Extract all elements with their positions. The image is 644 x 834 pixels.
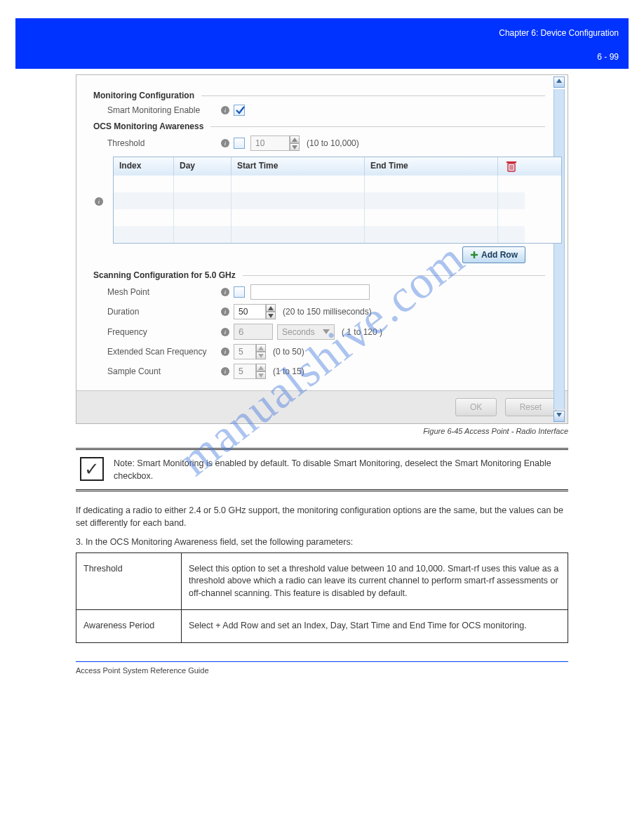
- checkmark-icon: ✓: [80, 457, 104, 481]
- info-icon[interactable]: i: [221, 307, 229, 316]
- param-desc: Select this option to set a threshold va…: [182, 552, 568, 610]
- spin-down-icon[interactable]: [290, 143, 300, 151]
- trash-icon: [507, 161, 516, 172]
- ext-scan-spinner[interactable]: [234, 344, 266, 359]
- table-row: Awareness Period Select + Add Row and se…: [76, 610, 568, 643]
- add-row-label: Add Row: [481, 250, 518, 260]
- svg-marker-14: [258, 346, 264, 350]
- frequency-label: Frequency: [93, 327, 217, 337]
- divider: [243, 275, 545, 276]
- duration-spinner[interactable]: [234, 304, 276, 319]
- sample-count-input[interactable]: [234, 364, 256, 379]
- param-name: Threshold: [76, 552, 182, 610]
- svg-marker-13: [323, 329, 330, 334]
- page-footer: Access Point System Reference Guide: [76, 661, 568, 675]
- note-text: Note: Smart Monitoring is enabled by def…: [114, 457, 568, 482]
- info-icon[interactable]: i: [221, 328, 229, 336]
- spin-up-icon[interactable]: [266, 304, 276, 312]
- svg-marker-16: [258, 366, 264, 370]
- info-icon[interactable]: i: [221, 367, 229, 376]
- spin-up-icon[interactable]: [290, 135, 300, 143]
- info-icon[interactable]: i: [221, 348, 229, 356]
- ext-scan-hint: (0 to 50): [273, 347, 304, 357]
- step-text: 3. In the OCS Monitoring Awareness field…: [76, 537, 568, 547]
- info-icon[interactable]: i: [221, 139, 229, 147]
- table-row: Threshold Select this option to set a th…: [76, 552, 568, 610]
- info-icon[interactable]: i: [221, 106, 229, 114]
- section-scan-title: Scanning Configuration for 5.0 GHz: [93, 270, 236, 280]
- scroll-down-button[interactable]: [554, 411, 565, 422]
- ext-scan-input[interactable]: [234, 344, 256, 359]
- header-chapter: Chapter 6: Device Configuration: [499, 28, 619, 38]
- svg-marker-1: [556, 413, 562, 417]
- header-bar: Chapter 6: Device Configuration 6 - 99: [15, 18, 629, 69]
- add-row-button[interactable]: Add Row: [462, 246, 525, 263]
- col-index[interactable]: Index: [114, 157, 174, 176]
- spin-up-icon[interactable]: [256, 344, 266, 352]
- param-desc: Select + Add Row and set an Index, Day, …: [182, 610, 568, 643]
- svg-marker-3: [292, 145, 297, 150]
- section-ocs-title: OCS Monitoring Awareness: [93, 121, 203, 131]
- mesh-point-checkbox[interactable]: [234, 286, 245, 298]
- threshold-enable-checkbox[interactable]: [234, 138, 245, 149]
- info-icon[interactable]: i: [95, 197, 103, 206]
- threshold-spinner[interactable]: [250, 135, 300, 151]
- sample-count-hint: (1 to 15): [273, 366, 304, 376]
- frequency-unit-select[interactable]: Seconds: [277, 324, 335, 340]
- parameter-table: Threshold Select this option to set a th…: [76, 552, 568, 643]
- frequency-unit-value: Seconds: [282, 327, 315, 337]
- sample-count-label: Sample Count: [93, 366, 217, 376]
- dialog-footer: OK Reset: [76, 390, 568, 423]
- plus-icon: [470, 251, 478, 259]
- svg-marker-11: [268, 306, 274, 310]
- svg-marker-12: [268, 314, 274, 318]
- config-panel-screenshot: Monitoring Configuration Smart Monitorin…: [76, 74, 568, 424]
- figure-label: Figure 6-45 Access Point - Radio Interfa…: [0, 427, 568, 435]
- body-paragraph: If dedicating a radio to either 2.4 or 5…: [76, 504, 568, 529]
- col-end-time[interactable]: End Time: [365, 157, 498, 176]
- duration-hint: (20 to 150 milliseconds): [283, 307, 372, 317]
- threshold-hint: (10 to 10,000): [307, 138, 359, 148]
- col-start-time[interactable]: Start Time: [232, 157, 365, 176]
- col-day[interactable]: Day: [174, 157, 232, 176]
- reset-button[interactable]: Reset: [505, 398, 556, 416]
- footer-left: Access Point System Reference Guide: [76, 666, 209, 675]
- smart-monitoring-checkbox[interactable]: [234, 105, 245, 116]
- svg-marker-15: [258, 354, 264, 358]
- info-icon[interactable]: i: [221, 288, 229, 296]
- header-page: 6 - 99: [597, 52, 619, 62]
- spin-up-icon[interactable]: [256, 364, 266, 371]
- mesh-point-input[interactable]: [250, 284, 370, 300]
- section-monitoring-title: Monitoring Configuration: [93, 91, 194, 100]
- ok-button[interactable]: OK: [455, 398, 497, 416]
- col-delete[interactable]: [498, 157, 525, 176]
- smart-monitoring-label: Smart Monitoring Enable: [93, 105, 217, 115]
- threshold-label: Threshold: [93, 138, 217, 148]
- divider: [201, 95, 545, 96]
- spin-down-icon[interactable]: [256, 352, 266, 359]
- mesh-point-label: Mesh Point: [93, 287, 217, 297]
- duration-input[interactable]: [234, 304, 266, 319]
- frequency-input[interactable]: [234, 324, 273, 340]
- svg-rect-5: [507, 161, 516, 163]
- table-body: [114, 176, 561, 243]
- schedule-table: Index Day Start Time End Time: [113, 157, 562, 244]
- note-block: ✓ Note: Smart Monitoring is enabled by d…: [76, 448, 568, 491]
- duration-label: Duration: [93, 307, 217, 317]
- ext-scan-label: Extended Scan Frequency: [93, 347, 217, 357]
- divider: [210, 126, 545, 127]
- param-name: Awareness Period: [76, 610, 182, 643]
- frequency-hint: ( 1 to 120 ): [342, 327, 382, 337]
- spin-down-icon[interactable]: [266, 312, 276, 319]
- svg-marker-2: [292, 138, 297, 142]
- svg-marker-17: [258, 373, 264, 378]
- threshold-input[interactable]: [250, 135, 290, 151]
- spin-down-icon[interactable]: [256, 371, 266, 379]
- chevron-down-icon: [323, 329, 330, 335]
- sample-count-spinner[interactable]: [234, 364, 266, 379]
